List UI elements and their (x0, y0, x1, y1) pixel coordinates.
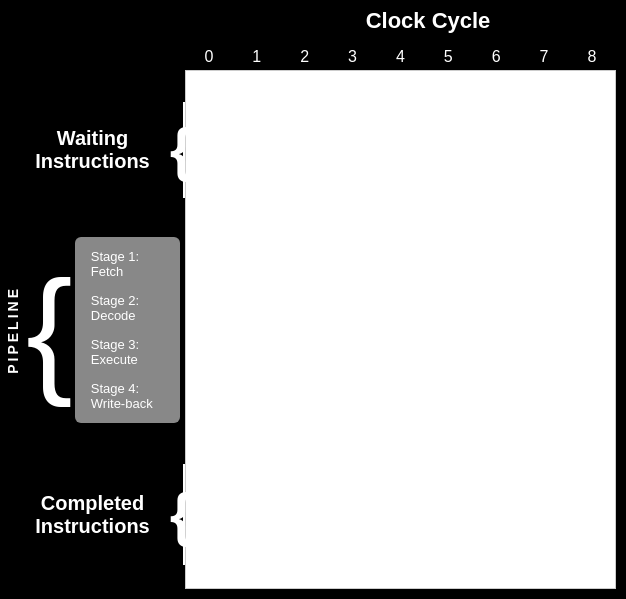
pipeline-section: PIPELINE { Stage 1: FetchStage 2: Decode… (0, 230, 185, 430)
waiting-instructions-label: Waiting Instructions (0, 70, 185, 230)
cycle-number: 3 (338, 48, 368, 66)
cycle-number: 7 (529, 48, 559, 66)
stage-item: Stage 4: Write-back (85, 377, 170, 415)
left-panel: Waiting Instructions PIPELINE { Stage 1:… (0, 70, 185, 599)
header-area: Clock Cycle 012345678 (0, 0, 626, 70)
cycle-number: 6 (481, 48, 511, 66)
pipeline-vertical-label: PIPELINE (5, 286, 21, 374)
cycle-number: 1 (242, 48, 272, 66)
completed-instructions-label: Completed Instructions (0, 430, 185, 599)
pipeline-brace: { (26, 281, 73, 379)
stage-item: Stage 2: Decode (85, 289, 170, 327)
cycle-number: 8 (577, 48, 607, 66)
cycle-numbers-row: 012345678 (185, 48, 616, 66)
stage-item: Stage 3: Execute (85, 333, 170, 371)
cycle-number: 0 (194, 48, 224, 66)
stage-item: Stage 1: Fetch (85, 245, 170, 283)
cycle-number: 4 (385, 48, 415, 66)
main-container: Clock Cycle 012345678 Waiting Instructio… (0, 0, 626, 599)
stages-box: Stage 1: FetchStage 2: DecodeStage 3: Ex… (75, 237, 180, 423)
grid-area (185, 70, 616, 589)
clock-cycle-title: Clock Cycle (356, 8, 500, 34)
cycle-number: 2 (290, 48, 320, 66)
cycle-number: 5 (433, 48, 463, 66)
